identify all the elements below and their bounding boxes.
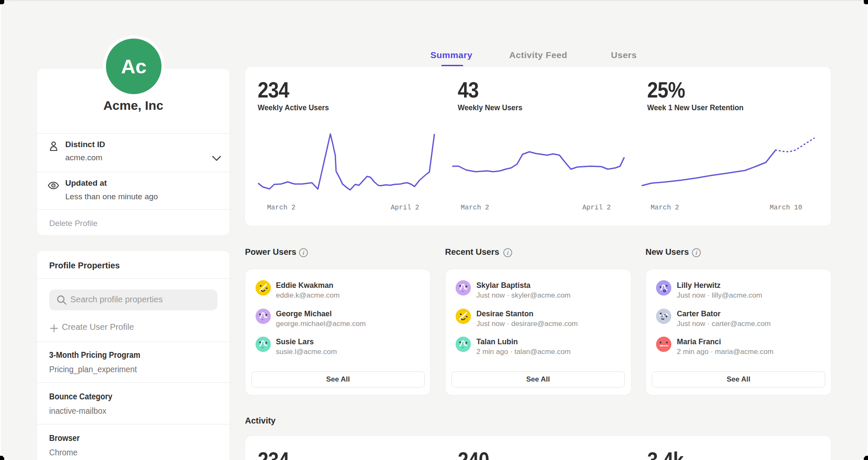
svg-text:i: i	[696, 250, 697, 256]
svg-text:i: i	[303, 250, 304, 256]
svg-text:i: i	[507, 250, 509, 256]
